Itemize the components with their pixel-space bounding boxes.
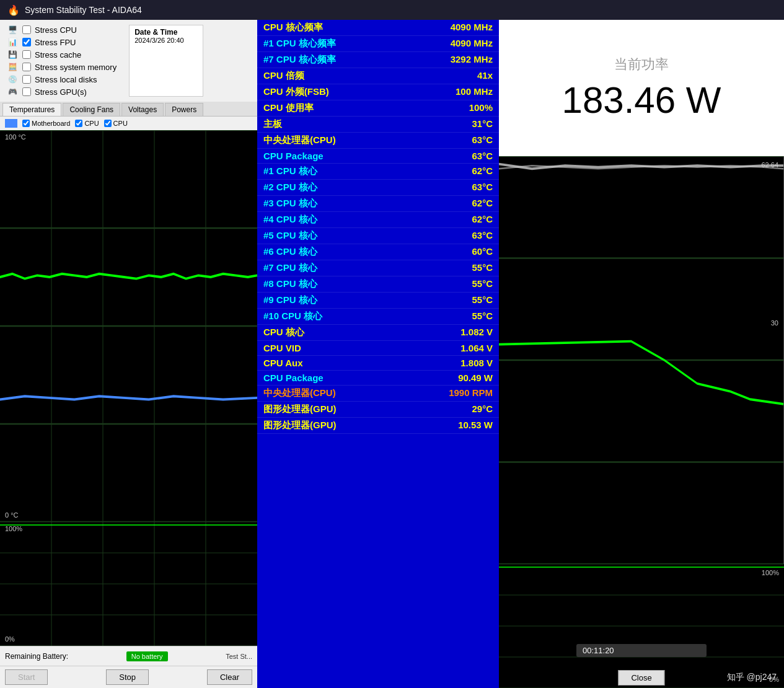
cache-icon: 💾 (6, 50, 19, 60)
data-label: #9 CPU 核心 (263, 294, 317, 306)
stop-button[interactable]: Stop (106, 669, 149, 685)
stress-disks-label: Stress local disks (35, 75, 97, 84)
table-row: #1 CPU 核心频率 4090 MHz (257, 36, 499, 52)
data-label: 主板 (263, 118, 282, 130)
table-row: #5 CPU 核心 63°C (257, 228, 499, 244)
stress-fpu-label: Stress FPU (35, 38, 76, 47)
start-button[interactable]: Start (5, 669, 48, 685)
fpu-icon: 📊 (6, 37, 19, 47)
table-row: CPU 外频(FSB) 100 MHz (257, 84, 499, 100)
data-value: 90.49 W (458, 373, 493, 383)
data-value: 55°C (472, 294, 493, 306)
data-label: CPU Package (263, 373, 324, 383)
data-value: 55°C (472, 262, 493, 274)
checkbox-stress-cpu[interactable]: 🖥️ Stress CPU (6, 25, 117, 35)
stress-gpu-label: Stress GPU(s) (35, 87, 87, 97)
tab-cooling-fans[interactable]: Cooling Fans (63, 103, 120, 116)
stress-cache-label: Stress cache (35, 50, 81, 60)
data-label: CPU 使用率 (263, 102, 314, 114)
checkbox-stress-fpu[interactable]: 📊 Stress FPU (6, 37, 117, 47)
table-row: #7 CPU 核心频率 3292 MHz (257, 52, 499, 68)
data-value: 55°C (472, 311, 493, 322)
bottom-charts-row: 100% 0% (0, 522, 257, 646)
data-label: CPU Aux (263, 358, 303, 368)
data-value: 63°C (472, 230, 493, 242)
tabs-row: Temperatures Cooling Fans Voltages Power… (0, 102, 257, 117)
data-label: #3 CPU 核心 (263, 198, 317, 209)
data-label: #5 CPU 核心 (263, 230, 317, 242)
flame-icon: 🔥 (7, 4, 20, 16)
battery-label: Remaining Battery: (5, 652, 68, 661)
table-row: #7 CPU 核心 55°C (257, 260, 499, 276)
stress-memory-checkbox[interactable] (22, 63, 31, 71)
table-row: 图形处理器(GPU) 29°C (257, 402, 499, 418)
data-value: 100% (469, 102, 493, 114)
stress-disks-checkbox[interactable] (22, 75, 31, 84)
bottom-bar: Remaining Battery: No battery Test St... (0, 646, 257, 666)
close-button[interactable]: Close (618, 670, 664, 686)
control-buttons: Start Stop Clear (0, 666, 257, 688)
table-row: CPU Aux 1.808 V (257, 356, 499, 371)
data-value: 60°C (472, 246, 493, 258)
table-row: 中央处理器(CPU) 63°C (257, 133, 499, 149)
memory-icon: 🧮 (6, 62, 19, 72)
power-value: 183.46 W (562, 79, 721, 121)
tab-powers[interactable]: Powers (165, 103, 203, 116)
data-value: 62°C (472, 165, 493, 177)
power-label: 当前功率 (614, 55, 669, 74)
data-value: 10.53 W (458, 420, 493, 431)
legend-cpu2-label: CPU (113, 120, 128, 127)
data-label: #4 CPU 核心 (263, 214, 317, 226)
legend-cpu1-checkbox[interactable] (75, 120, 82, 127)
table-row: #1 CPU 核心 62°C (257, 164, 499, 180)
stress-memory-label: Stress system memory (35, 63, 117, 72)
stress-fpu-checkbox[interactable] (22, 38, 31, 46)
clear-button[interactable]: Clear (207, 669, 252, 685)
data-label: #2 CPU 核心 (263, 182, 317, 193)
table-row: CPU Package 90.49 W (257, 371, 499, 386)
data-label: 图形处理器(GPU) (263, 404, 337, 415)
data-label: 中央处理器(CPU) (263, 135, 336, 146)
table-row: CPU Package 63°C (257, 149, 499, 164)
data-value: 63°C (472, 182, 493, 193)
data-table: CPU 核心频率 4090 MHz #1 CPU 核心频率 4090 MHz #… (257, 20, 499, 434)
tab-temperatures[interactable]: Temperatures (2, 103, 61, 116)
tab-voltages[interactable]: Voltages (121, 103, 164, 116)
data-label: CPU 倍频 (263, 70, 304, 82)
checkbox-stress-disks[interactable]: 💿 Stress local disks (6, 74, 117, 84)
legend-cpu2-checkbox[interactable] (104, 120, 112, 127)
table-row: CPU 使用率 100% (257, 100, 499, 117)
data-value: 62°C (472, 198, 493, 209)
data-label: #7 CPU 核心频率 (263, 54, 336, 66)
data-value: 100 MHz (456, 86, 493, 98)
test-status: Test St... (226, 653, 252, 660)
chart-legend: Motherboard CPU CPU (0, 117, 257, 130)
legend-cpu1-label: CPU (84, 120, 99, 127)
data-value: 29°C (472, 404, 493, 415)
table-row: 主板 31°C (257, 117, 499, 133)
data-label: #7 CPU 核心 (263, 262, 317, 274)
legend-blue-block (5, 119, 17, 128)
data-value: 4090 MHz (451, 22, 493, 33)
table-row: #6 CPU 核心 60°C (257, 244, 499, 260)
table-row: #4 CPU 核心 62°C (257, 212, 499, 228)
data-label: #10 CPU 核心 (263, 311, 322, 322)
legend-motherboard-checkbox[interactable] (22, 120, 30, 127)
checkbox-stress-gpu[interactable]: 🎮 Stress GPU(s) (6, 87, 117, 97)
stress-gpu-checkbox[interactable] (22, 87, 31, 96)
stress-cpu-checkbox[interactable] (22, 25, 31, 34)
table-row: CPU 核心 1.082 V (257, 325, 499, 341)
window-title: System Stability Test - AIDA64 (25, 5, 142, 15)
disk-icon: 💿 (6, 74, 19, 84)
table-row: CPU VID 1.064 V (257, 341, 499, 356)
checkbox-stress-memory[interactable]: 🧮 Stress system memory (6, 62, 117, 72)
stress-cache-checkbox[interactable] (22, 50, 31, 59)
data-label: #1 CPU 核心频率 (263, 38, 336, 50)
checkbox-stress-cache[interactable]: 💾 Stress cache (6, 50, 117, 60)
data-value: 55°C (472, 278, 493, 290)
data-value: 62°C (472, 214, 493, 226)
right-panel: 当前功率 183.46 W 62 64 30 (499, 20, 784, 688)
data-value: 41x (477, 70, 493, 82)
watermark: 知乎 @pj247 (727, 672, 777, 683)
data-label: CPU 核心频率 (263, 22, 323, 33)
